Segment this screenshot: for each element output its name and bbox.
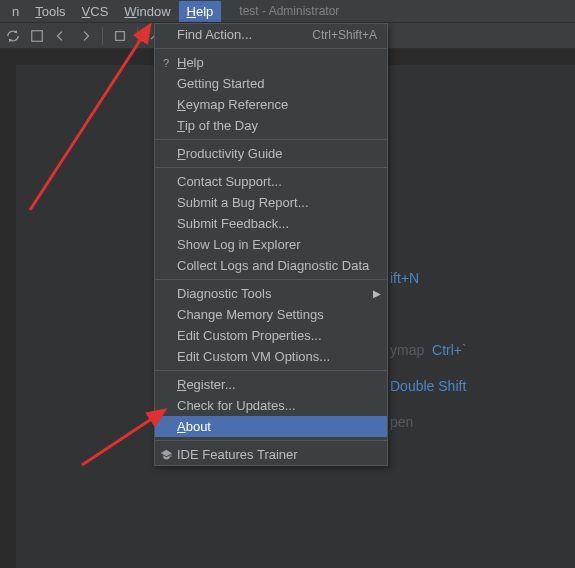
menubar: n Tools VCS Window Help test - Administr… <box>0 0 575 23</box>
menu-ide-trainer[interactable]: IDE Features Trainer <box>155 444 387 465</box>
menu-edit-vm-options[interactable]: Edit Custom VM Options... <box>155 346 387 367</box>
pin-icon[interactable] <box>111 27 129 45</box>
menu-divider <box>155 440 387 441</box>
menu-bug-report[interactable]: Submit a Bug Report... <box>155 192 387 213</box>
nav-fwd-icon[interactable] <box>76 27 94 45</box>
menu-keymap-reference[interactable]: Keymap Reference <box>155 94 387 115</box>
menu-help[interactable]: Help <box>179 1 222 22</box>
menu-divider <box>155 167 387 168</box>
menu-productivity-guide[interactable]: Productivity Guide <box>155 143 387 164</box>
graduation-cap-icon <box>159 448 173 462</box>
box-icon[interactable] <box>28 27 46 45</box>
menu-submit-feedback[interactable]: Submit Feedback... <box>155 213 387 234</box>
window-title: test - Administrator <box>239 4 339 18</box>
menu-change-memory[interactable]: Change Memory Settings <box>155 304 387 325</box>
help-menu: Find Action... Ctrl+Shift+A ? Help Getti… <box>154 23 388 466</box>
menu-tools[interactable]: Tools <box>27 1 73 22</box>
menu-vcs[interactable]: VCS <box>74 1 117 22</box>
menu-tip-of-day[interactable]: Tip of the Day <box>155 115 387 136</box>
shortcut-label: Ctrl+Shift+A <box>312 28 377 42</box>
menu-contact-support[interactable]: Contact Support... <box>155 171 387 192</box>
menu-diagnostic-tools[interactable]: Diagnostic Tools ▶ <box>155 283 387 304</box>
menu-show-log[interactable]: Show Log in Explorer <box>155 234 387 255</box>
menu-divider <box>155 48 387 49</box>
menu-divider <box>155 139 387 140</box>
menu-edit-custom-props[interactable]: Edit Custom Properties... <box>155 325 387 346</box>
menu-divider <box>155 370 387 371</box>
menu-find-action[interactable]: Find Action... Ctrl+Shift+A <box>155 24 387 45</box>
help-icon: ? <box>159 56 173 70</box>
svg-rect-0 <box>32 30 43 41</box>
separator <box>137 27 138 45</box>
sync-icon[interactable] <box>4 27 22 45</box>
separator <box>102 27 103 45</box>
nav-back-icon[interactable] <box>52 27 70 45</box>
menu-help-topic[interactable]: ? Help <box>155 52 387 73</box>
svg-rect-1 <box>116 31 125 40</box>
menu-collect-logs[interactable]: Collect Logs and Diagnostic Data <box>155 255 387 276</box>
menu-register[interactable]: Register... <box>155 374 387 395</box>
menu-getting-started[interactable]: Getting Started <box>155 73 387 94</box>
menu-item[interactable]: n <box>4 1 27 22</box>
menu-window[interactable]: Window <box>116 1 178 22</box>
submenu-arrow-icon: ▶ <box>373 288 381 299</box>
menu-divider <box>155 279 387 280</box>
menu-check-updates[interactable]: Check for Updates... <box>155 395 387 416</box>
welcome-hints: ift+N ymap Ctrl+` Double Shift pen <box>390 260 467 440</box>
menu-about[interactable]: About <box>155 416 387 437</box>
